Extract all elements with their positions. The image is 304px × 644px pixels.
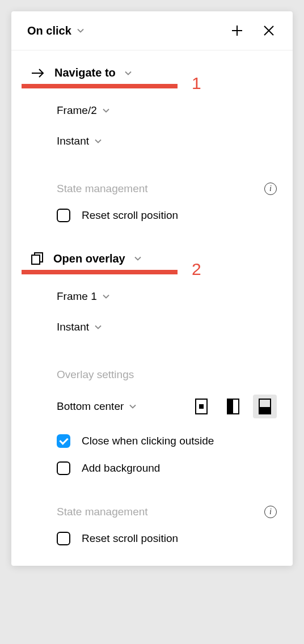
animation-dropdown[interactable]: Instant: [57, 135, 277, 147]
position-bottom-icon[interactable]: [253, 395, 277, 418]
add-background-checkbox-row[interactable]: Add background: [57, 461, 277, 475]
animation-label: Instant: [57, 321, 89, 333]
info-icon[interactable]: i: [264, 506, 277, 518]
close-outside-label: Close when clicking outside: [82, 435, 214, 447]
position-icons-group: [189, 395, 277, 418]
chevron-down-icon: [129, 404, 136, 409]
chevron-down-icon: [103, 108, 109, 113]
action-navigate-section: Navigate to 1 Frame/2 Instant State mana…: [11, 50, 293, 222]
svg-rect-0: [32, 255, 40, 264]
action-type-dropdown[interactable]: Open overlay: [27, 252, 277, 265]
panel-header: On click: [11, 11, 293, 50]
trigger-label: On click: [27, 24, 71, 37]
close-outside-checkbox-row[interactable]: Close when clicking outside: [57, 434, 277, 448]
position-label: Bottom center: [57, 400, 124, 413]
action-type-dropdown[interactable]: Navigate to: [27, 66, 277, 79]
position-dropdown[interactable]: Bottom center: [57, 400, 136, 413]
add-background-checkbox[interactable]: [57, 461, 70, 475]
animation-label: Instant: [57, 135, 89, 147]
annotation-marker: 1: [27, 84, 277, 88]
reset-scroll-label: Reset scroll position: [82, 532, 178, 545]
position-left-icon[interactable]: [221, 395, 245, 418]
chevron-down-icon: [95, 139, 102, 143]
animation-dropdown[interactable]: Instant: [57, 321, 277, 333]
overlay-position-row: Bottom center: [57, 395, 277, 418]
annotation-marker: 2: [27, 270, 277, 274]
reset-scroll-checkbox[interactable]: [57, 209, 70, 222]
action-type-label: Open overlay: [53, 252, 125, 265]
reset-scroll-checkbox[interactable]: [57, 532, 70, 545]
annotation-number: 1: [192, 74, 201, 93]
overlay-settings-label: Overlay settings: [57, 368, 134, 381]
destination-dropdown[interactable]: Frame 1: [57, 290, 277, 303]
close-outside-checkbox[interactable]: [57, 434, 70, 448]
annotation-underline: [22, 270, 178, 274]
state-management-row: State management i: [57, 183, 277, 195]
arrow-right-icon: [31, 68, 45, 78]
chevron-down-icon: [95, 325, 102, 329]
destination-dropdown[interactable]: Frame/2: [57, 104, 277, 117]
reset-scroll-label: Reset scroll position: [82, 209, 178, 222]
position-center-icon[interactable]: [189, 395, 213, 418]
close-button[interactable]: [261, 23, 277, 39]
interaction-panel: On click Navigate to 1 Frame/2: [11, 11, 293, 566]
plus-icon: [230, 24, 244, 37]
add-action-button[interactable]: [229, 23, 245, 39]
annotation-underline: [22, 84, 178, 88]
header-actions: [229, 23, 277, 39]
overlay-icon: [31, 252, 44, 265]
info-icon[interactable]: i: [264, 183, 277, 195]
chevron-down-icon: [125, 71, 132, 75]
state-management-row: State management i: [57, 506, 277, 518]
add-background-label: Add background: [82, 462, 160, 474]
close-icon: [263, 24, 275, 37]
annotation-number: 2: [192, 260, 201, 279]
chevron-down-icon: [77, 28, 84, 33]
destination-label: Frame/2: [57, 104, 97, 117]
action-overlay-section: Open overlay 2 Frame 1 Instant Overlay s…: [11, 236, 293, 545]
reset-scroll-checkbox-row[interactable]: Reset scroll position: [57, 209, 277, 222]
reset-scroll-checkbox-row[interactable]: Reset scroll position: [57, 532, 277, 545]
action-type-label: Navigate to: [54, 66, 116, 79]
chevron-down-icon: [103, 294, 109, 299]
state-management-label: State management: [57, 506, 148, 518]
overlay-settings-row: Overlay settings: [57, 368, 277, 381]
chevron-down-icon: [134, 256, 141, 261]
trigger-dropdown[interactable]: On click: [27, 24, 84, 37]
state-management-label: State management: [57, 183, 148, 195]
destination-label: Frame 1: [57, 290, 97, 303]
